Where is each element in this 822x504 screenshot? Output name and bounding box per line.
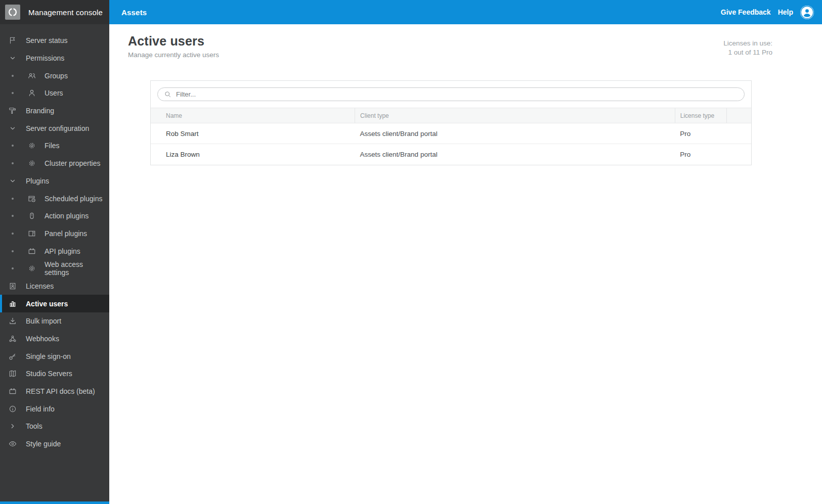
active-users-panel: Name Client type License type Rob Smart … xyxy=(150,80,752,165)
sidebar-header: Management console xyxy=(0,0,109,24)
sidebar-item-label: Field info xyxy=(26,405,55,413)
topbar: Assets Give Feedback Help xyxy=(109,0,822,24)
sidebar-item-web-access-settings[interactable]: Web access settings xyxy=(0,260,109,278)
sidebar-item-panel-plugins[interactable]: Panel plugins xyxy=(0,225,109,243)
app-logo[interactable] xyxy=(5,5,20,20)
sidebar-item-single-sign-on[interactable]: Single sign-on xyxy=(0,347,109,365)
sidebar-item-label: Studio Servers xyxy=(26,370,72,378)
bar-chart-icon xyxy=(8,299,17,308)
gear-icon xyxy=(27,159,36,168)
sidebar-item-style-guide[interactable]: Style guide xyxy=(0,435,109,453)
sidebar-bottom-accent xyxy=(0,501,109,504)
groups-icon xyxy=(27,71,36,80)
give-feedback-link[interactable]: Give Feedback xyxy=(721,8,771,16)
licenses-in-use-label: Licenses in use: xyxy=(723,39,772,48)
search-icon xyxy=(164,90,171,98)
sidebar-item-scheduled-plugins[interactable]: Scheduled plugins xyxy=(0,190,109,207)
sidebar-item-label: REST API docs (beta) xyxy=(26,387,95,395)
cell-empty xyxy=(726,123,751,144)
column-header-empty xyxy=(726,108,751,123)
brick-icon xyxy=(27,247,36,256)
chevron-right-icon xyxy=(8,422,17,431)
sidebar-item-server-configuration[interactable]: Server configuration xyxy=(0,119,109,137)
licenses-in-use-value: 1 out of 11 Pro xyxy=(723,48,772,57)
sidebar-item-label: Scheduled plugins xyxy=(45,195,102,203)
sidebar-item-label: Users xyxy=(45,89,63,97)
filter-input[interactable] xyxy=(176,90,738,98)
sidebar-item-label: Panel plugins xyxy=(45,230,87,238)
gear-icon xyxy=(27,141,36,150)
bullet-icon xyxy=(12,198,14,200)
sidebar-item-label: Single sign-on xyxy=(26,352,71,360)
sidebar-item-label: Active users xyxy=(26,300,68,308)
table-row: Rob Smart Assets client/Brand portal Pro xyxy=(151,123,751,144)
chevron-down-icon xyxy=(8,124,17,133)
table-header-row: Name Client type License type xyxy=(151,108,751,123)
filter-field[interactable] xyxy=(157,87,745,101)
bullet-icon xyxy=(12,233,14,235)
main-content: Active users Manage currently active use… xyxy=(109,24,822,504)
sidebar-item-label: Plugins xyxy=(26,177,49,185)
sidebar-item-label: Tools xyxy=(26,422,42,430)
column-header-name: Name xyxy=(151,108,355,123)
sidebar-item-files[interactable]: Files xyxy=(0,137,109,155)
sidebar-item-label: Server configuration xyxy=(26,124,89,132)
sidebar-item-api-plugins[interactable]: API plugins xyxy=(0,242,109,260)
sidebar-item-label: Files xyxy=(45,142,60,150)
bullet-icon xyxy=(12,267,14,269)
tab-assets[interactable]: Assets xyxy=(121,8,147,17)
sidebar-item-branding[interactable]: Branding xyxy=(0,102,109,120)
page-subtitle: Manage currently active users xyxy=(128,51,219,59)
sidebar-item-tools[interactable]: Tools xyxy=(0,418,109,435)
cell-client-type: Assets client/Brand portal xyxy=(355,144,675,165)
bullet-icon xyxy=(12,145,14,147)
sidebar-nav: Server status Permissions Groups Users xyxy=(0,24,109,453)
download-icon xyxy=(8,316,17,326)
sidebar-item-server-status[interactable]: Server status xyxy=(0,32,109,50)
topbar-actions: Give Feedback Help xyxy=(721,6,822,19)
sidebar-item-active-users[interactable]: Active users xyxy=(0,295,109,312)
sidebar-item-studio-servers[interactable]: Studio Servers xyxy=(0,365,109,383)
sidebar-item-label: Server status xyxy=(26,36,67,44)
flag-icon xyxy=(8,36,17,45)
sidebar-item-label: API plugins xyxy=(45,247,80,255)
cell-license-type: Pro xyxy=(675,123,726,144)
sidebar: Management console Server status Permiss… xyxy=(0,0,109,504)
sidebar-item-label: Web access settings xyxy=(45,260,109,277)
webhook-icon xyxy=(8,334,17,343)
sidebar-item-action-plugins[interactable]: Action plugins xyxy=(0,207,109,225)
sidebar-item-label: Style guide xyxy=(26,440,61,448)
sidebar-item-bulk-import[interactable]: Bulk import xyxy=(0,312,109,330)
chevron-down-icon xyxy=(8,54,17,63)
sidebar-item-webhooks[interactable]: Webhooks xyxy=(0,330,109,348)
map-icon xyxy=(8,369,17,378)
sidebar-item-licenses[interactable]: Licenses xyxy=(0,278,109,295)
sidebar-item-users[interactable]: Users xyxy=(0,84,109,102)
woodwing-logo-icon xyxy=(7,7,18,18)
calendar-clock-icon xyxy=(27,194,36,203)
licenses-in-use: Licenses in use: 1 out of 11 Pro xyxy=(723,34,772,57)
user-avatar[interactable] xyxy=(800,6,814,19)
sidebar-item-label: Groups xyxy=(45,72,68,80)
paint-roller-icon xyxy=(8,106,17,115)
sidebar-item-label: Branding xyxy=(26,107,54,115)
gear-icon xyxy=(27,264,36,273)
bullet-icon xyxy=(12,250,14,252)
bullet-icon xyxy=(12,215,14,217)
sidebar-item-groups[interactable]: Groups xyxy=(0,67,109,84)
brick-icon xyxy=(8,387,17,396)
sidebar-item-rest-api-docs[interactable]: REST API docs (beta) xyxy=(0,383,109,400)
id-card-icon xyxy=(8,282,17,291)
cell-name: Liza Brown xyxy=(151,144,355,165)
column-header-client-type: Client type xyxy=(355,108,675,123)
cell-client-type: Assets client/Brand portal xyxy=(355,123,675,144)
help-link[interactable]: Help xyxy=(778,8,793,16)
sidebar-item-field-info[interactable]: Field info xyxy=(0,400,109,418)
panel-icon xyxy=(27,229,36,238)
sidebar-item-plugins[interactable]: Plugins xyxy=(0,172,109,190)
bullet-icon xyxy=(12,92,14,94)
app-title: Management console xyxy=(28,8,103,17)
active-users-table: Name Client type License type Rob Smart … xyxy=(151,108,751,165)
sidebar-item-cluster-properties[interactable]: Cluster properties xyxy=(0,155,109,172)
sidebar-item-permissions[interactable]: Permissions xyxy=(0,50,109,67)
